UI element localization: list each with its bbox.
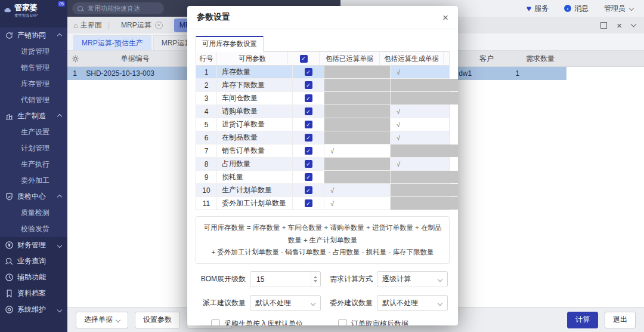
check-mark: √ xyxy=(330,200,334,207)
demand-calc-select[interactable]: 逐级计算 xyxy=(377,271,448,287)
sidebar-item-库存管理[interactable]: 库存管理 xyxy=(0,76,67,92)
sidebar-item-系统维护[interactable]: 系统维护 xyxy=(0,302,67,318)
sidebar-group: 财务管理 xyxy=(0,237,67,253)
sidebar-item-生产设置[interactable]: 生产设置 xyxy=(0,124,67,140)
user-menu[interactable]: 管理员 xyxy=(604,4,633,14)
param-table-row[interactable]: 6在制品数量✓√ xyxy=(196,131,449,145)
select-doc-button[interactable]: 选择单据 xyxy=(76,312,128,328)
sidebar-item-质检中心[interactable]: 质检中心 xyxy=(0,189,67,205)
param-table-row[interactable]: 4请购单数量✓√ xyxy=(196,105,449,118)
calculate-button[interactable]: 计算 xyxy=(567,312,598,328)
chevron-down-icon xyxy=(438,300,442,305)
sidebar-item-进货管理[interactable]: 进货管理 xyxy=(0,44,67,60)
search-input[interactable] xyxy=(86,4,148,13)
col-doc-number[interactable]: 单据编号 xyxy=(83,54,187,64)
sidebar-item-生产执行[interactable]: 生产执行 xyxy=(0,156,67,173)
checkbox-checked-icon[interactable]: ✓ xyxy=(305,94,312,102)
sidebar-item-计划管理[interactable]: 计划管理 xyxy=(0,140,67,156)
checkbox-checked-icon[interactable]: ✓ xyxy=(305,68,312,76)
close-window-icon[interactable]: × xyxy=(617,21,622,30)
param-table-row[interactable]: 11委外加工计划单数量✓√ xyxy=(196,197,449,210)
bom-level-stepper[interactable] xyxy=(250,271,321,287)
include-calculated-cell-disabled xyxy=(324,118,391,131)
checkbox-checked-icon[interactable]: ✓ xyxy=(305,199,312,207)
sidebar-item-校验发货[interactable]: 校验发货 xyxy=(0,221,67,237)
param-table-row[interactable]: 8占用数量✓√ xyxy=(196,158,449,171)
close-tab-icon[interactable]: × xyxy=(155,21,163,29)
system-icon xyxy=(5,305,14,314)
sidebar-item-资料档案[interactable]: 资料档案 xyxy=(0,285,67,302)
include-generated-cell[interactable]: √ xyxy=(391,66,458,78)
demand-calc-field: 需求计算方式 逐级计算 xyxy=(323,271,450,287)
sidebar-item-代销管理[interactable]: 代销管理 xyxy=(0,92,67,108)
order-audited-checkbox[interactable]: 订单取审核后数据 xyxy=(338,319,450,325)
col-filler xyxy=(444,52,449,65)
param-table-row[interactable]: 9损耗量✓ xyxy=(196,171,449,184)
include-generated-cell[interactable]: √ xyxy=(391,105,458,118)
sidebar-item-销售管理[interactable]: 销售管理 xyxy=(0,60,67,76)
sidebar-item-业务查询[interactable]: 业务查询 xyxy=(0,253,67,269)
param-table-row[interactable]: 10生产计划单数量✓√ xyxy=(196,184,449,197)
bom-level-input[interactable] xyxy=(255,275,299,284)
sidebar-item-质量检测[interactable]: 质量检测 xyxy=(0,205,67,221)
sidebar-item-委外加工[interactable]: 委外加工 xyxy=(0,173,67,189)
checkbox-checked-icon[interactable]: ✓ xyxy=(305,160,312,168)
checkbox-checked-icon[interactable]: ✓ xyxy=(305,147,312,155)
maximize-icon[interactable] xyxy=(600,22,607,29)
row-no-cell: 4 xyxy=(196,105,217,118)
tab-home[interactable]: ⌂ 主界面 xyxy=(73,20,102,30)
checkbox-checked-icon[interactable]: ✓ xyxy=(305,121,312,128)
subtab-mrp-estimate[interactable]: MRP运算-预估生产 xyxy=(73,35,151,50)
dispatch-qty-select[interactable]: 默认不处理 xyxy=(250,295,321,311)
checkbox-checked-icon[interactable]: ✓ xyxy=(305,186,312,194)
demand-qty-cell: 1 xyxy=(512,69,566,78)
include-calculated-cell[interactable]: √ xyxy=(324,145,391,157)
checkbox-checked-icon[interactable]: ✓ xyxy=(305,134,312,142)
sidebar-item-label: 质检中心 xyxy=(17,192,46,202)
tab-stock-params[interactable]: 可用库存参数设置 xyxy=(196,36,264,52)
include-generated-cell-disabled xyxy=(391,197,458,210)
include-calculated-cell-disabled xyxy=(324,171,391,183)
spinner-arrows-icon[interactable] xyxy=(311,272,320,287)
collapse-icon[interactable] xyxy=(631,21,637,27)
checkbox-checked-icon[interactable]: ✓ xyxy=(305,81,312,89)
message-menu[interactable]: • 消息 xyxy=(564,4,589,14)
row-number: 1 xyxy=(67,69,82,78)
sidebar-item-产销协同[interactable]: 产销协同 xyxy=(0,27,67,44)
param-table-row[interactable]: 3车间仓数量✓ xyxy=(196,92,449,105)
sidebar-item-辅助功能[interactable]: 辅助功能 xyxy=(0,269,67,285)
service-menu[interactable]: ♥ 服务 xyxy=(527,4,549,14)
sidebar-item-label: 辅助功能 xyxy=(17,272,46,282)
include-generated-cell[interactable]: √ xyxy=(391,118,458,131)
exit-button[interactable]: 退出 xyxy=(605,312,636,328)
row-no-cell: 1 xyxy=(196,66,217,78)
formula-line-1: 可用库存数量 = 库存数量 + 车间仓数量 + 请购单数量 + 进货订单数量 +… xyxy=(201,222,444,246)
include-calculated-cell-disabled xyxy=(324,105,391,118)
param-table-row[interactable]: 5进货订单数量✓√ xyxy=(196,118,449,131)
param-table-row[interactable]: 2库存下限数量✓ xyxy=(196,79,449,92)
include-calculated-cell[interactable]: √ xyxy=(324,184,391,196)
col-customer[interactable]: 客户 xyxy=(459,54,514,64)
dialog-tabs: 可用库存参数设置 xyxy=(196,35,450,52)
include-calculated-cell[interactable]: √ xyxy=(324,197,391,210)
sidebar-item-财务管理[interactable]: 财务管理 xyxy=(0,237,67,253)
purchase-unit-checkbox[interactable]: 采购生单按入库默认单位 xyxy=(211,319,323,325)
tab-mrp[interactable]: MRP运算 × xyxy=(116,19,168,32)
param-table-row[interactable]: 1库存数量✓√ xyxy=(196,66,449,79)
outsource-qty-field: 委外建议数量 默认不处理 xyxy=(323,295,450,311)
param-table-row[interactable]: 7销售订单数量✓√ xyxy=(196,145,449,158)
checkbox-checked-icon[interactable]: ✓ xyxy=(305,107,312,115)
checkbox-checked-icon[interactable]: ✓ xyxy=(305,173,312,181)
dialog-close-icon[interactable]: × xyxy=(442,13,448,23)
sidebar-item-生产制造[interactable]: 生产制造 xyxy=(0,108,67,124)
col-demand-qty[interactable]: 需求数量 xyxy=(514,54,566,64)
include-generated-cell[interactable]: √ xyxy=(391,158,458,170)
select-all-checkbox[interactable]: ✓ xyxy=(300,55,308,63)
outsource-qty-select[interactable]: 默认不处理 xyxy=(377,295,448,311)
set-params-button[interactable]: 设置参数 xyxy=(135,312,180,328)
quick-search[interactable] xyxy=(72,2,164,14)
include-generated-cell[interactable]: √ xyxy=(391,131,458,144)
grid-settings-gear-icon[interactable] xyxy=(67,55,83,63)
param-select-cell: ✓ xyxy=(293,145,324,157)
param-name-cell: 在制品数量 xyxy=(217,131,293,144)
